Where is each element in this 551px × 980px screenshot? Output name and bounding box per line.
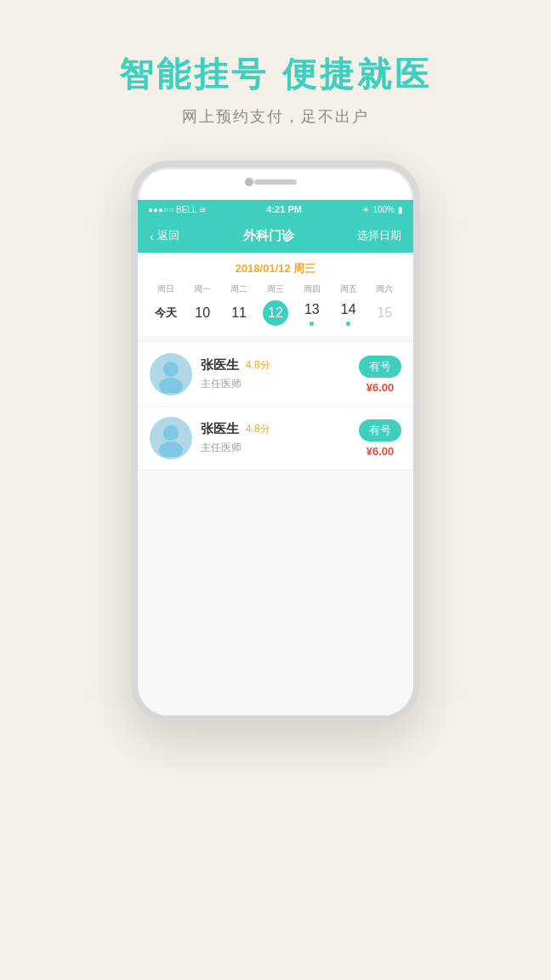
- weekday-4: 周四: [297, 283, 327, 295]
- weekday-2: 周二: [224, 283, 254, 295]
- doctor-info-1: 张医生 4.8分 主任医师: [201, 357, 359, 391]
- weekday-5: 周五: [333, 283, 364, 295]
- phone-outer: ●●●○○ BELL ≋ 4:21 PM ✳ 100% ▮ ‹ 返回 外科门诊: [131, 161, 420, 722]
- weekday-3: 周三: [260, 283, 291, 295]
- nav-title: 外科门诊: [243, 228, 294, 244]
- doctor-avatar-1: [150, 353, 192, 396]
- doctor-title-1: 主任医师: [201, 377, 359, 391]
- battery-percent: 100%: [372, 205, 395, 214]
- date-item-12[interactable]: 12: [260, 300, 291, 326]
- date-item-today[interactable]: 今天: [151, 305, 181, 321]
- nav-back-label: 返回: [157, 228, 179, 243]
- doctor-action-2: 有号 ¥6.00: [359, 419, 401, 458]
- doctor-card-2[interactable]: 张医生 4.8分 主任医师 有号 ¥6.00: [138, 407, 413, 470]
- svg-point-3: [159, 442, 183, 457]
- date-item-15[interactable]: 15: [369, 304, 400, 322]
- date-item-13[interactable]: 13: [297, 300, 327, 326]
- svg-point-0: [163, 362, 179, 377]
- status-battery: ✳ 100% ▮: [362, 205, 403, 214]
- weekday-1: 周一: [187, 283, 218, 295]
- doctor-name-1: 张医生: [201, 357, 239, 373]
- hero-section: 智能挂号 便捷就医 网上预约支付，足不出户: [0, 0, 551, 152]
- nav-action-button[interactable]: 选择日期: [357, 228, 401, 243]
- calendar-dates: 今天 10 11 12 13: [148, 300, 403, 326]
- weekday-6: 周六: [369, 283, 400, 295]
- doctor-rating-2: 4.8分: [246, 422, 270, 436]
- doctor-price-1: ¥6.00: [366, 381, 395, 394]
- doctor-card-1[interactable]: 张医生 4.8分 主任医师 有号 ¥6.00: [138, 343, 413, 407]
- date-dot-14: [346, 322, 350, 326]
- available-button-2[interactable]: 有号: [359, 419, 401, 442]
- hero-title: 智能挂号 便捷就医: [0, 51, 551, 98]
- doctor-name-row-1: 张医生 4.8分: [201, 357, 359, 373]
- page-background: 智能挂号 便捷就医 网上预约支付，足不出户 ●●●○○ BELL ≋ 4:21 …: [0, 0, 551, 980]
- date-dot-13: [310, 322, 314, 326]
- nav-back-button[interactable]: ‹ 返回: [150, 228, 179, 243]
- nav-bar: ‹ 返回 外科门诊 选择日期: [138, 219, 413, 253]
- date-item-10[interactable]: 10: [187, 304, 218, 322]
- phone-screen: ●●●○○ BELL ≋ 4:21 PM ✳ 100% ▮ ‹ 返回 外科门诊: [138, 200, 413, 715]
- status-carrier: ●●●○○ BELL ≋: [148, 205, 206, 214]
- phone-speaker-icon: [254, 179, 297, 185]
- doctor-price-2: ¥6.00: [366, 445, 395, 458]
- chevron-left-icon: ‹: [150, 229, 154, 243]
- weekday-0: 周日: [151, 283, 181, 295]
- doctor-name-row-2: 张医生 4.8分: [201, 421, 359, 437]
- battery-icon: ▮: [398, 205, 403, 214]
- bluetooth-icon: ✳: [362, 205, 369, 214]
- doctor-info-2: 张医生 4.8分 主任医师: [201, 421, 359, 455]
- date-item-14[interactable]: 14: [333, 300, 364, 326]
- doctor-avatar-2: [150, 417, 192, 459]
- calendar-section: 2018/01/12 周三 周日 周一 周二 周三 周四 周五 周六 今天: [138, 253, 413, 336]
- date-item-11[interactable]: 11: [224, 304, 254, 322]
- svg-point-1: [159, 378, 183, 393]
- phone-mockup: ●●●○○ BELL ≋ 4:21 PM ✳ 100% ▮ ‹ 返回 外科门诊: [0, 161, 551, 722]
- status-time: 4:21 PM: [266, 204, 302, 214]
- calendar-weekdays: 周日 周一 周二 周三 周四 周五 周六: [148, 283, 403, 295]
- phone-camera-icon: [245, 178, 253, 186]
- avatar-icon-1: [152, 356, 190, 393]
- doctor-name-2: 张医生: [201, 421, 239, 437]
- calendar-date-header: 2018/01/12 周三: [148, 261, 403, 276]
- svg-point-2: [163, 425, 179, 441]
- status-bar: ●●●○○ BELL ≋ 4:21 PM ✳ 100% ▮: [138, 200, 413, 219]
- doctor-list: 张医生 4.8分 主任医师 有号 ¥6.00: [138, 343, 413, 470]
- doctor-title-2: 主任医师: [201, 441, 359, 455]
- doctor-rating-1: 4.8分: [246, 358, 270, 373]
- available-button-1[interactable]: 有号: [359, 356, 401, 378]
- hero-subtitle: 网上预约支付，足不出户: [0, 106, 551, 127]
- doctor-action-1: 有号 ¥6.00: [359, 356, 401, 394]
- avatar-icon-2: [152, 419, 190, 457]
